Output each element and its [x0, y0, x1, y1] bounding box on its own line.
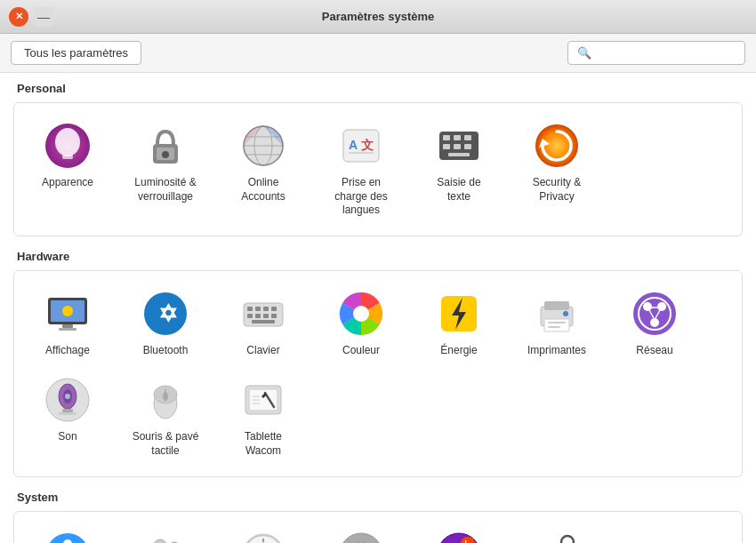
icon-clavier [238, 289, 288, 339]
label-imprimantes: Imprimantes [527, 344, 586, 358]
svg-rect-48 [544, 301, 569, 310]
svg-rect-20 [443, 144, 450, 149]
section-personal-border: Apparence [13, 102, 743, 236]
section-hardware: Hardware Affichage [13, 250, 743, 477]
title-bar: ✕ — Paramètres système [0, 0, 756, 34]
label-tablette: TabletteWacom [245, 430, 282, 458]
item-clavier[interactable]: Clavier [214, 280, 312, 367]
item-langues[interactable]: A 文 Prise encharge deslangues [312, 112, 410, 227]
label-energie: Énergie [440, 344, 477, 358]
item-energie[interactable]: Énergie [410, 280, 508, 367]
label-reseau: Réseau [636, 344, 672, 358]
icon-security [532, 121, 582, 171]
item-acces[interactable]: Accèsuniversel [19, 521, 117, 543]
item-affichage[interactable]: Affichage [19, 280, 117, 367]
svg-rect-42 [252, 320, 275, 323]
icon-reseau [630, 289, 680, 339]
svg-point-1 [55, 128, 80, 156]
toolbar: Tous les paramètres 🔍 [0, 34, 756, 73]
icon-langues: A 文 [336, 121, 386, 171]
icon-acces [43, 530, 92, 543]
svg-point-5 [162, 151, 169, 158]
item-sharing[interactable]: Sharing [508, 521, 606, 543]
minimize-button[interactable]: — [34, 7, 53, 27]
icon-son [43, 375, 92, 425]
svg-rect-40 [263, 314, 269, 318]
item-imprimantes[interactable]: Imprimantes [508, 280, 606, 367]
icon-couleur [336, 289, 386, 339]
label-online-accounts: OnlineAccounts [241, 176, 285, 204]
svg-point-50 [563, 311, 568, 316]
label-souris: Souris & pavétactile [133, 430, 199, 458]
close-button[interactable]: ✕ [9, 7, 28, 27]
svg-point-57 [650, 318, 659, 327]
item-couleur[interactable]: Couleur [312, 280, 410, 367]
svg-rect-18 [454, 135, 461, 140]
icon-luminosite [141, 121, 190, 171]
icon-apparence [43, 121, 92, 171]
section-system: System [13, 491, 743, 543]
icon-tablette [238, 375, 288, 425]
label-couleur: Couleur [342, 344, 380, 358]
svg-rect-38 [247, 314, 253, 318]
label-bluetooth: Bluetooth [143, 344, 189, 358]
close-icon: ✕ [15, 11, 23, 22]
svg-rect-19 [464, 135, 471, 140]
item-online-accounts[interactable]: OnlineAccounts [214, 112, 312, 227]
label-langues: Prise encharge deslangues [334, 176, 387, 218]
svg-rect-28 [62, 324, 73, 328]
item-luminosite[interactable]: Luminosité &verrouillage [117, 112, 214, 227]
section-personal-title: Personal [13, 82, 743, 95]
label-luminosite: Luminosité &verrouillage [134, 176, 196, 204]
section-hardware-title: Hardware [13, 250, 743, 263]
svg-point-64 [65, 394, 70, 399]
svg-rect-52 [548, 326, 560, 328]
svg-rect-21 [454, 144, 461, 149]
svg-rect-35 [255, 307, 261, 311]
item-son[interactable]: Son [19, 366, 117, 467]
item-logiciels[interactable]: A ! Logiciels etmises à jour [410, 521, 508, 543]
item-saisie[interactable]: Saisie detexte [410, 112, 508, 227]
item-details[interactable]: Détails [312, 521, 410, 543]
svg-rect-39 [255, 314, 261, 318]
item-date[interactable]: Date et heure [214, 521, 312, 543]
label-affichage: Affichage [45, 344, 90, 358]
item-reseau[interactable]: Réseau [606, 280, 704, 367]
icon-online-accounts [238, 121, 288, 171]
svg-rect-66 [59, 412, 76, 415]
svg-rect-37 [271, 307, 277, 311]
item-souris[interactable]: Souris & pavétactile [117, 366, 214, 467]
icon-details [336, 530, 386, 543]
svg-text:文: 文 [361, 138, 374, 152]
icon-comptes [141, 530, 190, 543]
hardware-grid: Affichage ✡ Bluetooth [19, 280, 737, 467]
item-comptes[interactable]: Comptesutilisateur [117, 521, 214, 543]
all-settings-button[interactable]: Tous les paramètres [11, 41, 141, 65]
svg-point-56 [657, 302, 666, 311]
item-tablette[interactable]: TabletteWacom [214, 366, 312, 467]
item-apparence[interactable]: Apparence [19, 112, 117, 227]
svg-rect-51 [548, 322, 566, 323]
svg-rect-49 [544, 319, 569, 331]
label-security: Security &Privacy [533, 176, 582, 204]
svg-rect-17 [443, 135, 450, 140]
window-title: Paramètres système [322, 10, 434, 23]
svg-rect-22 [464, 144, 471, 149]
icon-affichage [43, 289, 92, 339]
icon-date [238, 530, 288, 543]
svg-rect-2 [62, 155, 73, 159]
icon-imprimantes [532, 289, 582, 339]
search-icon: 🔍 [577, 46, 591, 60]
main-content: Personal [0, 73, 756, 543]
svg-rect-36 [263, 307, 269, 311]
item-bluetooth[interactable]: ✡ Bluetooth [117, 280, 214, 367]
label-clavier: Clavier [246, 344, 279, 358]
item-security[interactable]: Security &Privacy [508, 112, 606, 227]
svg-text:!: ! [464, 539, 467, 543]
search-input[interactable] [596, 46, 736, 60]
svg-point-84 [154, 539, 166, 543]
svg-rect-98 [359, 537, 363, 543]
svg-point-53 [633, 292, 676, 335]
svg-text:✡: ✡ [158, 300, 178, 327]
svg-point-30 [62, 306, 73, 316]
